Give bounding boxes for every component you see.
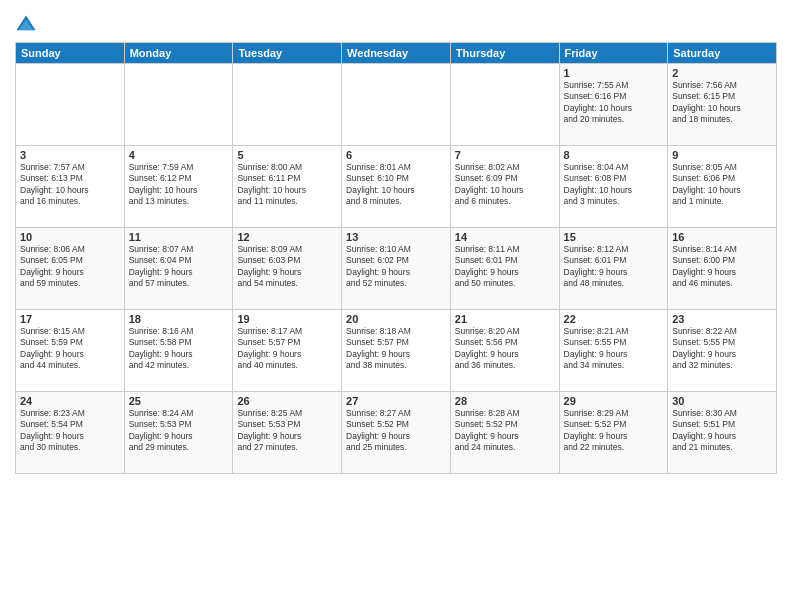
- day-number: 11: [129, 231, 229, 243]
- day-info: Sunrise: 8:17 AM Sunset: 5:57 PM Dayligh…: [237, 326, 337, 372]
- day-of-week-header: Wednesday: [342, 43, 451, 64]
- day-number: 22: [564, 313, 664, 325]
- calendar-cell: 4Sunrise: 7:59 AM Sunset: 6:12 PM Daylig…: [124, 146, 233, 228]
- day-info: Sunrise: 8:20 AM Sunset: 5:56 PM Dayligh…: [455, 326, 555, 372]
- day-info: Sunrise: 8:00 AM Sunset: 6:11 PM Dayligh…: [237, 162, 337, 208]
- day-info: Sunrise: 8:07 AM Sunset: 6:04 PM Dayligh…: [129, 244, 229, 290]
- calendar-cell: 28Sunrise: 8:28 AM Sunset: 5:52 PM Dayli…: [450, 392, 559, 474]
- day-info: Sunrise: 8:05 AM Sunset: 6:06 PM Dayligh…: [672, 162, 772, 208]
- calendar-cell: 10Sunrise: 8:06 AM Sunset: 6:05 PM Dayli…: [16, 228, 125, 310]
- calendar-cell: 8Sunrise: 8:04 AM Sunset: 6:08 PM Daylig…: [559, 146, 668, 228]
- day-number: 29: [564, 395, 664, 407]
- calendar-week-row: 1Sunrise: 7:55 AM Sunset: 6:16 PM Daylig…: [16, 64, 777, 146]
- day-number: 27: [346, 395, 446, 407]
- day-info: Sunrise: 8:27 AM Sunset: 5:52 PM Dayligh…: [346, 408, 446, 454]
- calendar-cell: 16Sunrise: 8:14 AM Sunset: 6:00 PM Dayli…: [668, 228, 777, 310]
- calendar-cell: 22Sunrise: 8:21 AM Sunset: 5:55 PM Dayli…: [559, 310, 668, 392]
- day-info: Sunrise: 8:18 AM Sunset: 5:57 PM Dayligh…: [346, 326, 446, 372]
- day-info: Sunrise: 7:59 AM Sunset: 6:12 PM Dayligh…: [129, 162, 229, 208]
- day-number: 15: [564, 231, 664, 243]
- day-number: 1: [564, 67, 664, 79]
- day-number: 5: [237, 149, 337, 161]
- day-info: Sunrise: 8:12 AM Sunset: 6:01 PM Dayligh…: [564, 244, 664, 290]
- logo: [15, 14, 39, 36]
- calendar-cell: [16, 64, 125, 146]
- day-info: Sunrise: 8:01 AM Sunset: 6:10 PM Dayligh…: [346, 162, 446, 208]
- calendar-cell: 18Sunrise: 8:16 AM Sunset: 5:58 PM Dayli…: [124, 310, 233, 392]
- day-number: 7: [455, 149, 555, 161]
- calendar-body: 1Sunrise: 7:55 AM Sunset: 6:16 PM Daylig…: [16, 64, 777, 474]
- day-number: 17: [20, 313, 120, 325]
- day-number: 30: [672, 395, 772, 407]
- calendar-cell: 17Sunrise: 8:15 AM Sunset: 5:59 PM Dayli…: [16, 310, 125, 392]
- day-number: 6: [346, 149, 446, 161]
- calendar-cell: 24Sunrise: 8:23 AM Sunset: 5:54 PM Dayli…: [16, 392, 125, 474]
- calendar-cell: 7Sunrise: 8:02 AM Sunset: 6:09 PM Daylig…: [450, 146, 559, 228]
- calendar-week-row: 24Sunrise: 8:23 AM Sunset: 5:54 PM Dayli…: [16, 392, 777, 474]
- calendar-cell: 26Sunrise: 8:25 AM Sunset: 5:53 PM Dayli…: [233, 392, 342, 474]
- calendar-cell: 11Sunrise: 8:07 AM Sunset: 6:04 PM Dayli…: [124, 228, 233, 310]
- day-of-week-header: Thursday: [450, 43, 559, 64]
- header: [15, 10, 777, 36]
- day-info: Sunrise: 8:02 AM Sunset: 6:09 PM Dayligh…: [455, 162, 555, 208]
- day-of-week-header: Monday: [124, 43, 233, 64]
- calendar-week-row: 10Sunrise: 8:06 AM Sunset: 6:05 PM Dayli…: [16, 228, 777, 310]
- day-number: 9: [672, 149, 772, 161]
- calendar-cell: 20Sunrise: 8:18 AM Sunset: 5:57 PM Dayli…: [342, 310, 451, 392]
- day-number: 26: [237, 395, 337, 407]
- day-number: 4: [129, 149, 229, 161]
- day-info: Sunrise: 8:30 AM Sunset: 5:51 PM Dayligh…: [672, 408, 772, 454]
- day-info: Sunrise: 7:55 AM Sunset: 6:16 PM Dayligh…: [564, 80, 664, 126]
- day-info: Sunrise: 8:11 AM Sunset: 6:01 PM Dayligh…: [455, 244, 555, 290]
- day-info: Sunrise: 8:25 AM Sunset: 5:53 PM Dayligh…: [237, 408, 337, 454]
- day-number: 10: [20, 231, 120, 243]
- day-info: Sunrise: 8:24 AM Sunset: 5:53 PM Dayligh…: [129, 408, 229, 454]
- calendar-cell: 14Sunrise: 8:11 AM Sunset: 6:01 PM Dayli…: [450, 228, 559, 310]
- day-info: Sunrise: 8:04 AM Sunset: 6:08 PM Dayligh…: [564, 162, 664, 208]
- page: SundayMondayTuesdayWednesdayThursdayFrid…: [0, 0, 792, 612]
- day-of-week-header: Tuesday: [233, 43, 342, 64]
- day-number: 28: [455, 395, 555, 407]
- logo-icon: [15, 14, 37, 36]
- calendar-cell: 27Sunrise: 8:27 AM Sunset: 5:52 PM Dayli…: [342, 392, 451, 474]
- calendar-cell: 3Sunrise: 7:57 AM Sunset: 6:13 PM Daylig…: [16, 146, 125, 228]
- day-number: 12: [237, 231, 337, 243]
- calendar-cell: [342, 64, 451, 146]
- calendar-cell: 23Sunrise: 8:22 AM Sunset: 5:55 PM Dayli…: [668, 310, 777, 392]
- calendar-cell: 30Sunrise: 8:30 AM Sunset: 5:51 PM Dayli…: [668, 392, 777, 474]
- day-number: 2: [672, 67, 772, 79]
- day-number: 18: [129, 313, 229, 325]
- calendar-cell: 1Sunrise: 7:55 AM Sunset: 6:16 PM Daylig…: [559, 64, 668, 146]
- day-number: 24: [20, 395, 120, 407]
- day-of-week-header: Sunday: [16, 43, 125, 64]
- day-info: Sunrise: 8:15 AM Sunset: 5:59 PM Dayligh…: [20, 326, 120, 372]
- day-number: 25: [129, 395, 229, 407]
- day-info: Sunrise: 8:23 AM Sunset: 5:54 PM Dayligh…: [20, 408, 120, 454]
- calendar-table: SundayMondayTuesdayWednesdayThursdayFrid…: [15, 42, 777, 474]
- day-info: Sunrise: 8:09 AM Sunset: 6:03 PM Dayligh…: [237, 244, 337, 290]
- day-info: Sunrise: 8:06 AM Sunset: 6:05 PM Dayligh…: [20, 244, 120, 290]
- calendar-week-row: 17Sunrise: 8:15 AM Sunset: 5:59 PM Dayli…: [16, 310, 777, 392]
- calendar-cell: 2Sunrise: 7:56 AM Sunset: 6:15 PM Daylig…: [668, 64, 777, 146]
- calendar-cell: [450, 64, 559, 146]
- day-info: Sunrise: 8:28 AM Sunset: 5:52 PM Dayligh…: [455, 408, 555, 454]
- calendar-cell: 19Sunrise: 8:17 AM Sunset: 5:57 PM Dayli…: [233, 310, 342, 392]
- calendar-cell: 13Sunrise: 8:10 AM Sunset: 6:02 PM Dayli…: [342, 228, 451, 310]
- day-of-week-header: Friday: [559, 43, 668, 64]
- calendar-cell: 12Sunrise: 8:09 AM Sunset: 6:03 PM Dayli…: [233, 228, 342, 310]
- day-info: Sunrise: 8:21 AM Sunset: 5:55 PM Dayligh…: [564, 326, 664, 372]
- day-number: 14: [455, 231, 555, 243]
- calendar-cell: [124, 64, 233, 146]
- day-info: Sunrise: 7:56 AM Sunset: 6:15 PM Dayligh…: [672, 80, 772, 126]
- calendar-cell: 5Sunrise: 8:00 AM Sunset: 6:11 PM Daylig…: [233, 146, 342, 228]
- day-info: Sunrise: 8:14 AM Sunset: 6:00 PM Dayligh…: [672, 244, 772, 290]
- day-info: Sunrise: 8:22 AM Sunset: 5:55 PM Dayligh…: [672, 326, 772, 372]
- day-number: 19: [237, 313, 337, 325]
- day-of-week-header: Saturday: [668, 43, 777, 64]
- day-number: 8: [564, 149, 664, 161]
- day-number: 13: [346, 231, 446, 243]
- day-number: 21: [455, 313, 555, 325]
- calendar-cell: 21Sunrise: 8:20 AM Sunset: 5:56 PM Dayli…: [450, 310, 559, 392]
- calendar-cell: 29Sunrise: 8:29 AM Sunset: 5:52 PM Dayli…: [559, 392, 668, 474]
- calendar-cell: 6Sunrise: 8:01 AM Sunset: 6:10 PM Daylig…: [342, 146, 451, 228]
